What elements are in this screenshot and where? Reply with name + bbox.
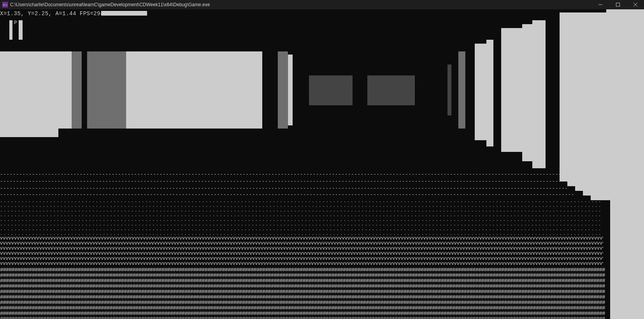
floor-row: ........................................… xyxy=(0,203,602,208)
floor-row: ........................................… xyxy=(0,227,602,231)
floor-row: vvvvvvvvvvvvvvvvvvvvvvvvvvvvvvvvvvvvvvvv… xyxy=(0,236,603,241)
wall xyxy=(532,20,546,168)
wall-shaded xyxy=(87,51,126,129)
app-icon: C:\ xyxy=(2,2,8,7)
floor-row: ########################################… xyxy=(0,294,605,300)
floor-row: ----------------------------------------… xyxy=(0,192,575,197)
floor-row: vvvvvvvvvvvvvvvvvvvvvvvvvvvvvvvvvvvvvvvv… xyxy=(0,261,603,266)
floor-row: vvvvvvvvvvvvvvvvvvvvvvvvvvvvvvvvvvvvvvvv… xyxy=(0,251,603,256)
floor-row: ########################################… xyxy=(0,278,605,284)
minimize-button[interactable] xyxy=(591,0,609,9)
window-controls xyxy=(591,0,644,9)
wall-near xyxy=(560,12,606,177)
floor-row: vvvvvvvvvvvvvvvvvvvvvvvvvvvvvvvvvvvvvvvv… xyxy=(0,241,603,246)
wall-distant xyxy=(367,76,415,105)
window-titlebar: C:\ C:\Users\charlie\Documents\unreal\le… xyxy=(0,0,644,9)
floor-row: ########################################… xyxy=(0,305,605,311)
floor-row: ########################################… xyxy=(0,267,605,273)
wall xyxy=(486,40,493,146)
close-button[interactable] xyxy=(626,0,644,9)
wall-shaded xyxy=(458,51,465,129)
svg-rect-1 xyxy=(616,3,619,7)
floor-row: vvvvvvvvvvvvvvvvvvvvvvvvvvvvvvvvvvvvvvvv… xyxy=(0,256,603,261)
floor-row: ----------------------------------------… xyxy=(0,186,567,191)
wall xyxy=(0,51,58,137)
wall xyxy=(501,28,522,152)
wall-near xyxy=(567,182,606,186)
floor-row: ----------------------------------------… xyxy=(0,172,560,177)
floor-row: vvvvvvvvvvvvvvvvvvvvvvvvvvvvvvvvvvvvvvvv… xyxy=(0,246,603,251)
window-title: C:\Users\charlie\Documents\unreal\learnC… xyxy=(10,2,591,7)
floor-row: ########################################… xyxy=(0,284,605,289)
floor-row: ........................................… xyxy=(0,222,602,227)
wall-near xyxy=(575,186,606,191)
wall-shaded xyxy=(447,65,451,115)
floor-row: ########################################… xyxy=(0,273,605,278)
floor-row: ........................................… xyxy=(0,217,602,222)
floor-row: ........................................… xyxy=(0,208,602,213)
floor-row: ########################################… xyxy=(0,300,605,305)
wall-shaded xyxy=(278,51,288,129)
wall xyxy=(606,9,644,319)
floor-row: ----------------------------------------… xyxy=(0,179,560,184)
floor-row: ........................................… xyxy=(0,199,602,203)
floor-row: ########################################… xyxy=(0,289,605,294)
wall-shaded xyxy=(72,51,82,129)
floor-row: ########################################… xyxy=(0,316,605,319)
wall xyxy=(58,51,72,129)
wall xyxy=(288,55,293,125)
wall xyxy=(126,51,262,129)
floor-row: ........................................… xyxy=(0,213,602,217)
floor-row: ........................................… xyxy=(0,231,602,236)
floor-row: ########################################… xyxy=(0,311,605,316)
maximize-button[interactable] xyxy=(609,0,626,9)
wall-near xyxy=(560,177,606,182)
wall xyxy=(522,24,532,161)
wall xyxy=(475,44,486,140)
game-viewport[interactable]: X=1.35, Y=2.25, A=1.44 FPS=294.04 P xyxy=(0,9,644,319)
wall-distant xyxy=(309,76,353,105)
wall-near xyxy=(583,191,606,196)
